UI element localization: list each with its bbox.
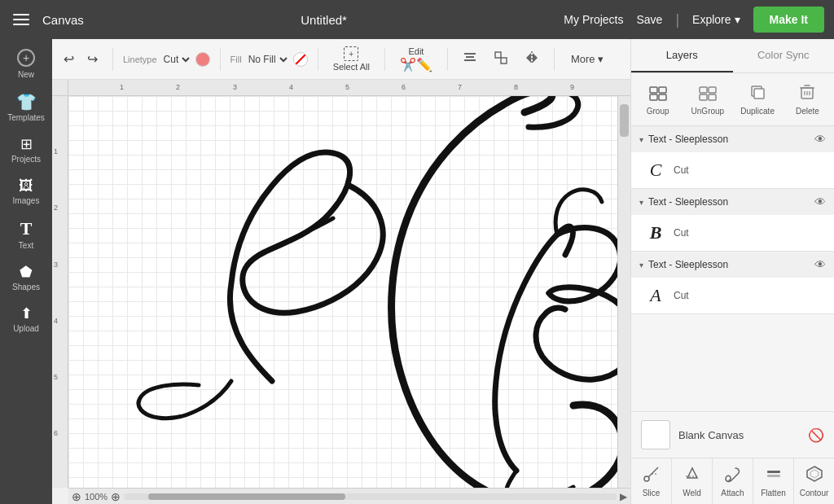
duplicate-label: Duplicate	[740, 107, 775, 116]
make-it-button[interactable]: Make It	[753, 7, 824, 33]
layer-preview-1: C	[644, 159, 667, 182]
templates-icon: 👕	[16, 94, 37, 110]
svg-line-25	[648, 467, 658, 477]
slice-button[interactable]: Slice	[631, 458, 672, 504]
tab-color-sync[interactable]: Color Sync	[733, 39, 835, 72]
svg-rect-8	[650, 87, 657, 93]
panel-actions: Group UnGroup Duplicate Delete	[631, 73, 834, 126]
layer-item-label-3: Cut	[674, 290, 689, 301]
panel-tabs: Layers Color Sync	[631, 39, 834, 73]
svg-rect-1	[466, 56, 474, 58]
zoom-plus-button[interactable]: ⊕	[111, 490, 121, 503]
layer-visibility-2[interactable]: 👁	[814, 195, 826, 208]
blank-canvas-visibility[interactable]: 🚫	[808, 427, 824, 443]
h-scroll-thumb[interactable]	[148, 493, 345, 500]
layer-name-3: Text - Sleeplesson	[648, 259, 810, 270]
undo-redo-group: ↩ ↪	[59, 48, 103, 70]
new-icon: +	[17, 49, 35, 67]
align-button[interactable]	[458, 46, 482, 72]
blank-canvas-item: Blank Canvas 🚫	[631, 411, 834, 458]
delete-button[interactable]: Delete	[784, 78, 831, 121]
undo-button[interactable]: ↩	[59, 48, 79, 70]
fill-label: Fill	[230, 55, 242, 64]
hamburger-menu[interactable]	[10, 11, 33, 28]
fill-group: Fill No Fill	[230, 52, 308, 67]
flip-button[interactable]	[520, 47, 544, 71]
linetype-group: Linetype Cut	[123, 52, 210, 67]
arrange-button[interactable]	[489, 47, 513, 71]
zoom-minus-button[interactable]: ⊕	[72, 490, 81, 503]
select-all-button[interactable]: + Select All	[328, 43, 375, 75]
fill-color-swatch[interactable]	[293, 52, 308, 67]
main-layout: + New 👕 Templates ⊞ Projects 🖼 Images T …	[0, 39, 834, 504]
canvas-wrapper: 1 2 3 4 5 6 7 8 9 1 2 3 4 5	[52, 80, 630, 504]
layer-group-1: ▾ Text - Sleeplesson 👁 C Cut	[631, 126, 834, 189]
nav-right: My Projects Save | Explore ▾ Make It	[564, 7, 824, 33]
select-all-icon: +	[344, 46, 358, 61]
layer-visibility-1[interactable]: 👁	[814, 133, 826, 146]
layer-item-2[interactable]: B Cut	[631, 215, 834, 251]
sidebar-item-shapes[interactable]: ⬟ Shapes	[2, 258, 50, 298]
weld-button[interactable]: Weld	[672, 458, 713, 504]
svg-rect-2	[464, 59, 476, 61]
flatten-icon	[765, 465, 783, 487]
svg-rect-3	[495, 52, 501, 58]
explore-dropdown[interactable]: Explore ▾	[692, 13, 740, 26]
contour-button[interactable]: Contour	[794, 458, 834, 504]
svg-rect-27	[767, 471, 780, 473]
slice-icon	[643, 465, 661, 487]
left-sidebar: + New 👕 Templates ⊞ Projects 🖼 Images T …	[0, 39, 52, 504]
edit-button[interactable]: Edit ✂️✏️	[395, 43, 437, 76]
layer-header-1[interactable]: ▾ Text - Sleeplesson 👁	[631, 126, 834, 152]
ungroup-button[interactable]: UnGroup	[684, 78, 731, 121]
layer-visibility-3[interactable]: 👁	[814, 258, 826, 271]
sidebar-label-images: Images	[13, 196, 40, 205]
canvas-grid[interactable]	[68, 96, 630, 488]
sidebar-item-new[interactable]: + New	[2, 42, 50, 85]
svg-rect-15	[709, 94, 716, 100]
projects-icon: ⊞	[20, 137, 33, 151]
group-button[interactable]: Group	[634, 78, 681, 121]
svg-rect-10	[650, 94, 657, 100]
top-nav: Canvas Untitled* My Projects Save | Expl…	[0, 0, 834, 39]
tab-layers[interactable]: Layers	[631, 39, 733, 72]
shapes-icon: ⬟	[20, 265, 33, 279]
ungroup-icon	[699, 83, 717, 105]
duplicate-button[interactable]: Duplicate	[735, 78, 781, 121]
layer-header-3[interactable]: ▾ Text - Sleeplesson 👁	[631, 252, 834, 278]
redo-button[interactable]: ↪	[82, 48, 103, 70]
linetype-color-swatch[interactable]	[195, 52, 210, 67]
sidebar-item-text[interactable]: T Text	[2, 213, 50, 256]
sidebar-item-images[interactable]: 🖼 Images	[2, 172, 50, 212]
v-scroll-thumb[interactable]	[620, 104, 629, 137]
svg-marker-6	[526, 53, 531, 63]
svg-rect-4	[501, 58, 507, 64]
ruler-vertical: 1 2 3 4 5 6	[52, 96, 68, 488]
attach-button[interactable]: Attach	[713, 458, 753, 504]
scroll-right-button[interactable]: ▶	[620, 491, 627, 502]
slice-label: Slice	[643, 489, 661, 497]
my-projects-link[interactable]: My Projects	[564, 13, 623, 26]
layer-name-1: Text - Sleeplesson	[648, 134, 810, 145]
layer-header-2[interactable]: ▾ Text - Sleeplesson 👁	[631, 189, 834, 215]
sidebar-item-upload[interactable]: ⬆ Upload	[2, 300, 50, 340]
layer-item-1[interactable]: C Cut	[631, 152, 834, 188]
layer-item-label-1: Cut	[674, 164, 689, 176]
more-button[interactable]: More ▾	[564, 50, 610, 68]
chevron-down-icon: ▾	[735, 13, 740, 26]
attach-label: Attach	[721, 489, 744, 497]
layer-chevron-1: ▾	[639, 135, 643, 144]
horizontal-scrollbar[interactable]: ⊕ 100% ⊕ ▶	[68, 488, 630, 504]
text-icon: T	[20, 220, 33, 238]
canvas-label: Canvas	[42, 13, 84, 27]
sidebar-item-templates[interactable]: 👕 Templates	[2, 87, 50, 129]
flatten-button[interactable]: Flatten	[753, 458, 794, 504]
save-button[interactable]: Save	[636, 13, 662, 26]
fill-select[interactable]: No Fill	[245, 53, 290, 66]
layer-item-3[interactable]: A Cut	[631, 278, 834, 313]
linetype-select[interactable]: Cut	[160, 53, 192, 66]
layer-group-3: ▾ Text - Sleeplesson 👁 A Cut	[631, 252, 834, 314]
sidebar-item-projects[interactable]: ⊞ Projects	[2, 130, 50, 170]
vertical-scrollbar[interactable]	[617, 96, 630, 488]
ungroup-label: UnGroup	[691, 107, 725, 116]
